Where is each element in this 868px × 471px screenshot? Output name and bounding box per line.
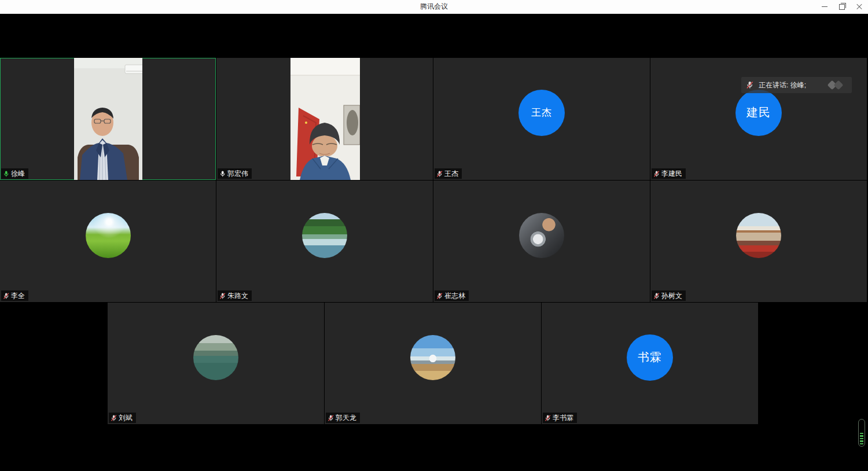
speaking-indicator-toast: 正在讲话: 徐峰; [741,77,852,93]
participant-name-label: 崔志林 [435,290,469,301]
window-controls [816,0,868,13]
participant-name-label: 郭宏伟 [218,168,252,179]
minimize-button[interactable] [816,0,833,13]
window-title: 腾讯会议 [0,2,868,12]
participant-name: 郭天龙 [336,414,356,422]
participant-tile-cuizhilin[interactable]: 崔志林 [433,181,650,302]
participant-name: 朱路文 [227,292,248,300]
participant-name: 孙树文 [661,292,682,300]
participant-name-label: 李全 [1,290,28,301]
restore-icon [839,4,845,10]
avatar-text: 建民 [746,105,771,120]
mic-muted-icon [328,414,334,422]
avatar: 书霖 [627,334,673,381]
participant-name: 李书霖 [553,414,573,422]
tencent-meeting-logo-icon [826,80,846,90]
participant-tile-liquan[interactable]: 李全 [0,181,216,302]
video-person-illustration [74,58,142,180]
mic-muted-icon [436,292,443,300]
participant-tile-liubin[interactable]: 刘斌 [108,303,324,424]
participant-name: 崔志林 [444,292,465,300]
avatar-photo-meadow [86,213,131,258]
participant-name-label: 王杰 [435,168,462,179]
mic-muted-icon [219,292,226,300]
participant-name-label: 刘斌 [109,413,136,423]
participant-tile-guohongwei[interactable]: 郭宏伟 [216,58,433,180]
participant-tile-zhuluwen[interactable]: 朱路文 [216,181,433,302]
avatar: 建民 [735,90,782,136]
close-button[interactable] [851,0,868,13]
participant-name: 郭宏伟 [227,170,248,178]
participant-tile-lijianmin[interactable]: 建民 李建民 [650,58,867,180]
mic-on-icon [219,170,226,178]
title-bar: 腾讯会议 [0,0,868,14]
restore-button[interactable] [833,0,851,13]
participant-name-label: 李建民 [652,168,686,179]
avatar-photo-lake [193,335,238,380]
participant-name: 刘斌 [119,414,133,422]
video-feed [74,58,142,180]
participant-name: 徐峰 [11,170,25,178]
speaking-indicator-text: 正在讲话: 徐峰; [759,80,806,90]
avatar-photo-building [736,213,781,258]
avatar-photo-river [302,213,347,258]
participant-name-label: 徐峰 [1,168,28,179]
participant-name: 王杰 [444,170,458,178]
participant-tile-guotianlong[interactable]: 郭天龙 [325,303,541,424]
avatar-photo-camera [519,213,564,258]
minimize-icon [822,6,827,7]
avatar-text: 王杰 [531,106,552,119]
participant-name-label: 朱路文 [218,290,252,301]
mic-muted-icon [436,170,443,178]
avatar-text: 书霖 [638,349,662,365]
mic-muted-icon [653,170,660,178]
mic-muted-icon [545,414,551,422]
avatar: 王杰 [518,90,565,136]
mic-active-icon [3,170,9,178]
participant-name-label: 孙树文 [652,290,686,301]
audio-level-meter [858,419,865,447]
participant-name-label: 李书霖 [543,413,577,423]
tencent-meeting-window: 腾讯会议 [0,0,868,471]
avatar-photo-beach [410,335,455,380]
participant-tile-lishulin[interactable]: 书霖 李书霖 [542,303,758,424]
participant-name: 李建民 [661,170,682,178]
mic-muted-icon [746,81,753,89]
participant-tile-xufeng[interactable]: 徐峰 [0,58,216,180]
mic-muted-icon [3,292,9,300]
participant-name: 李全 [11,292,25,300]
video-feed [290,58,360,180]
participant-name-label: 郭天龙 [326,413,360,423]
participant-tile-sunshuwen[interactable]: 孙树文 [650,181,867,302]
mic-muted-icon [111,414,117,422]
close-icon [856,4,862,10]
video-person-illustration [290,58,360,180]
audio-level-fill [860,433,863,444]
mic-muted-icon [653,292,660,300]
participant-tile-wangjie[interactable]: 王杰 王杰 [433,58,650,180]
